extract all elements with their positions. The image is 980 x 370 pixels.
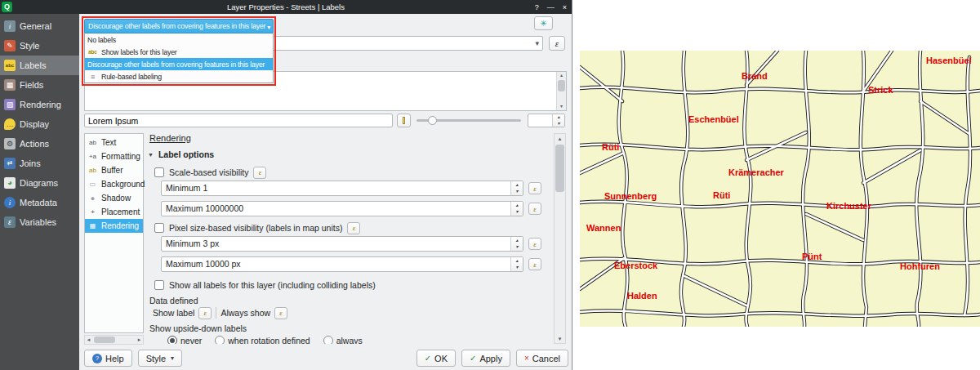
sidebar-item-actions[interactable]: ⚙ Actions xyxy=(0,134,79,154)
spin-down-icon[interactable]: ▾ xyxy=(515,189,518,194)
spin-steppers[interactable]: ▴▾ xyxy=(510,257,523,271)
ok-button[interactable]: ✓ OK xyxy=(416,350,456,367)
scrollbar-track[interactable] xyxy=(557,79,566,103)
tabs-horizontal-scrollbar[interactable]: ◂ ▸ xyxy=(84,335,144,345)
tab-rendering[interactable]: ▦ Rendering xyxy=(85,219,143,233)
formatting-icon: +a xyxy=(87,153,98,160)
sidebar-item-joins[interactable]: ⇄ Joins xyxy=(0,154,79,173)
spin-up-icon[interactable]: ▴ xyxy=(515,258,518,264)
sidebar-item-labels[interactable]: abc Labels xyxy=(0,56,79,75)
titlebar[interactable]: Q Layer Properties - Streets | Labels ? … xyxy=(0,0,572,14)
spin-down-icon[interactable]: ▾ xyxy=(515,209,518,215)
radio-button[interactable] xyxy=(167,336,177,344)
sample-text-input[interactable] xyxy=(84,114,393,127)
pixel-visibility-checkbox[interactable] xyxy=(154,223,164,233)
dropdown-option-rule-based[interactable]: ≡ Rule-based labeling xyxy=(85,70,273,82)
background-icon: ▭ xyxy=(87,181,98,188)
slider-handle[interactable] xyxy=(428,116,437,125)
tab-buffer[interactable]: ab Buffer xyxy=(85,163,143,177)
sidebar-item-rendering[interactable]: ▨ Rendering xyxy=(0,95,79,114)
scroll-down-icon[interactable]: ▾ xyxy=(560,103,563,110)
tab-placement[interactable]: + Placement xyxy=(85,205,143,219)
pixel-min-spinbox[interactable]: Minimum 3 px ▴▾ xyxy=(161,236,523,252)
sidebar-item-label: Variables xyxy=(20,217,56,227)
apply-button[interactable]: ✓ Apply xyxy=(461,350,510,367)
check-icon: ✓ xyxy=(470,354,476,363)
scroll-right-icon[interactable]: ▸ xyxy=(136,337,143,343)
spin-up-icon[interactable]: ▴ xyxy=(515,238,518,243)
pixel-max-spinbox[interactable]: Maximum 10000 px ▴▾ xyxy=(161,256,523,272)
dropdown-option-no-labels[interactable]: No labels xyxy=(85,33,273,46)
data-defined-button-pixel-max[interactable]: ε xyxy=(528,258,541,270)
scale-max-row: Maximum 10000000 ▴▾ ε xyxy=(161,201,541,216)
style-button[interactable]: Style ▾ xyxy=(138,350,182,367)
window-help-button[interactable]: ? xyxy=(535,3,539,11)
cancel-button[interactable]: × Cancel xyxy=(516,350,568,367)
scrollbar-thumb[interactable] xyxy=(558,80,565,91)
data-defined-button-always-show[interactable]: ε xyxy=(274,307,287,319)
general-icon: i xyxy=(4,20,16,32)
radio-button[interactable] xyxy=(215,336,225,344)
spin-up-icon[interactable]: ▴ xyxy=(515,182,518,188)
tab-background[interactable]: ▭ Background xyxy=(85,177,143,191)
data-defined-button-scale-max[interactable]: ε xyxy=(528,203,541,215)
sidebar-item-diagrams[interactable]: ◕ Diagrams xyxy=(0,173,79,193)
upside-down-radio-group: never when rotation defined always xyxy=(167,334,363,344)
spin-down-icon[interactable]: ▾ xyxy=(515,244,518,250)
scrollbar-thumb[interactable] xyxy=(94,337,115,343)
radio-button[interactable] xyxy=(323,336,333,344)
label-options-section-header[interactable]: ▼ Label options xyxy=(148,148,214,161)
scale-max-spinbox[interactable]: Maximum 10000000 ▴▾ xyxy=(161,201,523,216)
labeling-mode-combo[interactable]: Discourage other labels from covering fe… xyxy=(84,19,274,33)
sidebar-item-style[interactable]: ✎ Style xyxy=(0,36,79,56)
sidebar-item-metadata[interactable]: i Metadata xyxy=(0,193,79,212)
scroll-down-icon[interactable]: ▾ xyxy=(559,334,562,343)
dropdown-option-show-labels[interactable]: abc Show labels for this layer xyxy=(85,46,273,58)
scroll-up-icon[interactable]: ▴ xyxy=(559,134,562,143)
panel-vertical-scrollbar[interactable]: ▴ ▾ xyxy=(554,133,566,344)
radio-option-never[interactable]: never xyxy=(167,336,202,344)
preview-background-color-button[interactable] xyxy=(397,114,411,127)
tab-text[interactable]: ab Text xyxy=(85,136,143,149)
data-defined-button-pixel[interactable]: ε xyxy=(347,222,360,234)
scale-visibility-label: Scale-based visibility xyxy=(169,167,248,177)
tab-shadow[interactable]: ● Shadow xyxy=(85,191,143,205)
show-all-labels-checkbox[interactable] xyxy=(154,280,164,290)
tab-formatting[interactable]: +a Formatting xyxy=(85,149,143,163)
data-defined-button-show-label[interactable]: ε xyxy=(198,307,212,319)
scrollbar-thumb[interactable] xyxy=(555,145,564,192)
minimize-button[interactable]: — xyxy=(547,3,555,11)
scrollbar-track[interactable] xyxy=(555,143,565,334)
spin-steppers[interactable]: ▴▾ xyxy=(510,181,523,195)
sidebar-item-display[interactable]: … Display xyxy=(0,114,79,134)
spin-up-icon[interactable]: ▴ xyxy=(557,114,559,120)
scale-min-spinbox[interactable]: Minimum 1 ▴▾ xyxy=(161,181,523,196)
preview-scrollbar[interactable]: ▴ ▾ xyxy=(556,72,566,110)
sidebar-item-general[interactable]: i General xyxy=(0,16,79,36)
automated-placement-button[interactable]: ✳ xyxy=(534,16,553,30)
sidebar-item-variables[interactable]: ε Variables xyxy=(0,212,79,232)
spin-up-icon[interactable]: ▴ xyxy=(515,203,518,208)
spin-steppers[interactable]: ▴▾ xyxy=(510,237,523,251)
scroll-up-icon[interactable]: ▴ xyxy=(560,72,563,79)
data-defined-button-scale[interactable]: ε xyxy=(253,167,266,179)
close-button[interactable]: × xyxy=(563,3,567,11)
map-canvas[interactable]: HasenbüelBrandStrickEschenbüelRütiKrämer… xyxy=(580,51,980,327)
dropdown-option-discourage[interactable]: Discourage other labels from covering fe… xyxy=(85,58,273,70)
data-defined-button-scale-min[interactable]: ε xyxy=(528,182,541,194)
scale-visibility-checkbox[interactable] xyxy=(154,167,164,177)
radio-option-when-rotation-defined[interactable]: when rotation defined xyxy=(215,336,310,344)
spin-down-icon[interactable]: ▾ xyxy=(557,121,559,127)
preview-zoom-slider[interactable] xyxy=(416,114,521,127)
sidebar-item-fields[interactable]: ▦ Fields xyxy=(0,75,79,95)
radio-option-always[interactable]: always xyxy=(323,336,363,344)
expression-builder-button[interactable]: ε xyxy=(549,36,565,51)
font-size-spinbox[interactable]: ▴ ▾ xyxy=(528,114,565,127)
spin-steppers[interactable]: ▴▾ xyxy=(510,202,523,216)
scroll-left-icon[interactable]: ◂ xyxy=(85,337,92,343)
help-button[interactable]: ? Help xyxy=(84,350,132,367)
spin-down-icon[interactable]: ▾ xyxy=(515,265,518,270)
show-all-labels-row: Show all labels for this layer (includin… xyxy=(154,279,376,292)
data-defined-button-pixel-min[interactable]: ε xyxy=(528,238,541,250)
spin-steppers[interactable]: ▴ ▾ xyxy=(552,114,564,127)
